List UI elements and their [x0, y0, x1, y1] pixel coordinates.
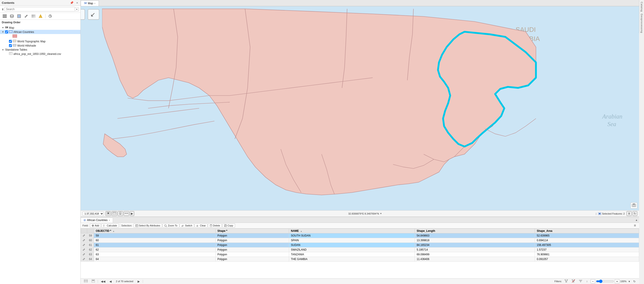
row-edit-icon	[81, 252, 87, 257]
attr-toolbar-menu-button[interactable]: ≡	[632, 224, 637, 228]
map-full-extent-button[interactable]	[106, 211, 111, 216]
table-row[interactable]: 64 64 Polygon THE GAMBIA 11.436406 0.091…	[81, 257, 639, 262]
row-edit-icon	[81, 257, 87, 262]
table-row[interactable]: 59 59 Polygon SOUTH SUDAN 54.849663 52.6…	[81, 233, 639, 238]
calculate-button[interactable]: ∑ Calculate	[101, 224, 119, 228]
map-refresh-button[interactable]: ↻	[632, 211, 637, 216]
map-tab-bar: 🗺 Map ×	[81, 0, 639, 6]
next-record-button[interactable]: ▶	[136, 280, 141, 283]
svg-rect-5	[18, 15, 20, 17]
tree-item-world-hillshade[interactable]: World Hillshade	[0, 43, 80, 48]
table-row[interactable]: 60 60 Polygon SPAIN 13.399818 0.694114	[81, 238, 639, 243]
african-countries-attr-tab[interactable]: ⊞ African Countries ×	[81, 218, 113, 223]
csv-icon	[9, 52, 12, 55]
african-countries-checkbox[interactable]	[5, 30, 8, 33]
screenshot-button[interactable]	[630, 203, 637, 209]
tree-item-csv-table[interactable]: africa_pop_est_1850-1950_cleaned.csv	[0, 52, 80, 56]
pin-button[interactable]: 📌	[69, 1, 74, 5]
feature-layer-icon[interactable]	[16, 14, 22, 18]
map-scale-select[interactable]: 1:37,332,418	[82, 212, 104, 216]
attr-table-wrapper[interactable]: OBJECTID * ▲ Shape * NAME ▲ Shape_Length…	[81, 229, 639, 279]
cell-shape-length: 54.849663	[415, 233, 535, 238]
table-row[interactable]: 62 62 Polygon SWAZILAND 5.195714 1.57237	[81, 248, 639, 252]
svg-rect-42	[599, 213, 600, 214]
svg-rect-53	[210, 225, 212, 227]
filter-options-button[interactable]	[578, 279, 583, 283]
map-tab-icon: 🗺	[84, 2, 87, 5]
table-row[interactable]: 61 61 Polygon SUDAN 84.165234 156.497305	[81, 243, 639, 248]
map-measure-button[interactable]	[124, 211, 129, 216]
cell-objectid: 59	[94, 233, 216, 238]
map-tab[interactable]: 🗺 Map ×	[81, 0, 99, 6]
header-shape-area[interactable]: Shape_Area	[535, 229, 639, 233]
map-bookmark-button[interactable]	[118, 211, 123, 216]
map-table-button[interactable]	[112, 211, 117, 216]
zoom-to-button[interactable]: Zoom To	[162, 224, 179, 228]
search-input[interactable]	[4, 7, 75, 11]
delete-button[interactable]: Delete	[208, 224, 222, 228]
geoprocessing-label: Geoprocessing	[640, 14, 643, 33]
header-edit[interactable]	[81, 229, 87, 233]
header-shape[interactable]: Shape *	[216, 229, 289, 233]
svg-rect-57	[224, 224, 226, 226]
divider-line: |	[596, 212, 596, 215]
symbology-icon[interactable]	[38, 14, 44, 18]
header-objectid[interactable]: OBJECTID * ▲	[94, 229, 216, 233]
map-area[interactable]: Arabian Sea SAUDI ARABIA	[81, 6, 639, 210]
cell-shape-length: 84.165234	[415, 243, 535, 248]
zoom-slider[interactable]	[596, 280, 614, 283]
contents-header-icons: 📌 ×	[69, 1, 79, 5]
table-row[interactable]: 63 63 Polygon TANZANIA 69.098499 76.9096…	[81, 252, 639, 257]
clear-button[interactable]: ⊘ Clear	[194, 224, 208, 228]
attr-tab-label: African Countries	[87, 219, 108, 222]
map-tab-close-button[interactable]: ×	[94, 2, 96, 5]
first-record-button[interactable]: ◀◀	[100, 280, 106, 283]
record-view-button[interactable]	[90, 279, 96, 283]
add-field-button[interactable]: Add	[90, 224, 101, 228]
world-topo-checkbox[interactable]	[9, 40, 12, 43]
svg-rect-62	[92, 280, 94, 281]
filter-active-button[interactable]	[564, 279, 569, 283]
sort-ascending-button[interactable]: ↑	[585, 280, 589, 283]
copy-button[interactable]: Copy	[222, 224, 235, 228]
attr-table-expand-button[interactable]: ▲	[634, 218, 639, 222]
prev-record-button[interactable]: ◀	[108, 280, 113, 283]
cell-shape-area: 52.639965	[535, 233, 639, 238]
select-by-attributes-button[interactable]: Select By Attributes	[134, 224, 162, 228]
world-hillshade-checkbox[interactable]	[9, 44, 12, 47]
tree-item-world-topo[interactable]: World Topographic Map	[0, 39, 80, 43]
tree-item-map[interactable]: ▼ 🗺 Map	[0, 25, 80, 30]
filter-clear-button[interactable]	[571, 279, 576, 283]
tree-item-african-countries[interactable]: ▼ African Countries	[0, 30, 80, 34]
table-view-button[interactable]	[83, 279, 89, 283]
contents-header: Contents 📌 ×	[0, 0, 80, 6]
analysis-icon[interactable]	[47, 14, 53, 18]
database-icon[interactable]	[9, 14, 15, 18]
map-arrow-button[interactable]: ▶	[130, 211, 134, 216]
header-name[interactable]: NAME ▲	[289, 229, 415, 233]
zoom-in-button[interactable]: +	[615, 279, 619, 283]
zoom-out-button[interactable]: −	[591, 279, 595, 283]
search-dropdown-button[interactable]: ▾	[75, 7, 79, 11]
attr-tab-close-button[interactable]: ×	[109, 219, 110, 222]
coordinates-dropdown[interactable]: ▾	[380, 212, 382, 215]
close-contents-button[interactable]: ×	[76, 1, 79, 5]
african-countries-icon	[9, 30, 12, 34]
catalog-sidebar[interactable]: Catalog	[639, 0, 644, 12]
cell-name: THE GAMBIA	[289, 257, 415, 262]
cell-shape-area: 76.909661	[535, 252, 639, 257]
table-view-icon[interactable]	[30, 14, 36, 18]
edit-icon[interactable]	[23, 14, 29, 18]
geoprocessing-sidebar[interactable]: Geoprocessing	[639, 12, 644, 33]
row-number: 59	[87, 233, 94, 238]
header-shape-length[interactable]: Shape_Length	[415, 229, 535, 233]
switch-button[interactable]: ⇄ Switch	[180, 224, 194, 228]
african-countries-chevron: ▼	[2, 31, 4, 33]
svg-rect-34	[108, 213, 109, 214]
refresh-table-button[interactable]: ↻	[632, 280, 637, 283]
map-pause-button[interactable]: ⏸	[626, 211, 632, 216]
list-view-icon[interactable]	[2, 14, 8, 18]
standalone-tables-node[interactable]: ▼ Standalone Tables	[0, 48, 80, 52]
zoom-dropdown-button[interactable]: ▾	[628, 280, 631, 283]
csv-label: africa_pop_est_1850-1950_cleaned.csv	[14, 52, 61, 55]
